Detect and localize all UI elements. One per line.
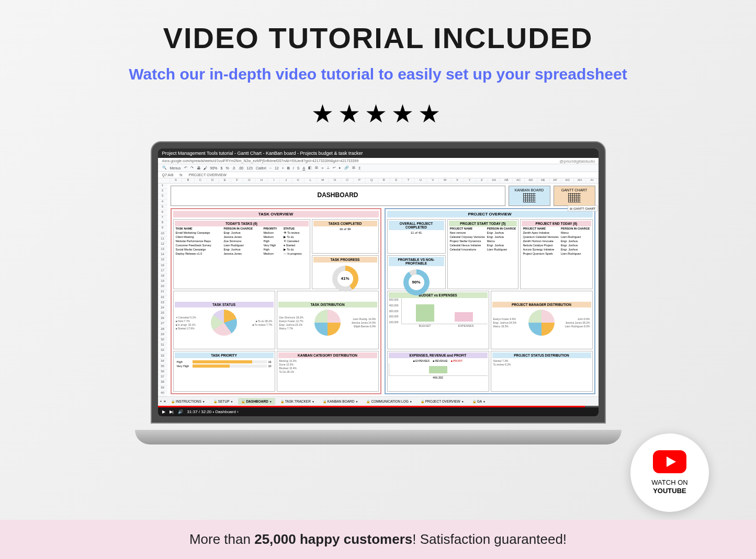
budget-bar bbox=[416, 304, 434, 322]
hero: VIDEO TUTORIAL INCLUDED Watch our in-dep… bbox=[0, 0, 756, 88]
tab-communication-log[interactable]: 🔒COMMUNICATION LOG ▼ bbox=[363, 398, 415, 405]
formula-bar[interactable]: Q7:AI8 fx PROJECT OVERVIEW bbox=[158, 172, 599, 178]
tab-ga[interactable]: 🔒GA ▼ bbox=[469, 398, 489, 405]
manager-dist-pie bbox=[528, 310, 555, 336]
fill-icon[interactable]: ◧ bbox=[308, 166, 312, 170]
search-icon[interactable]: 🔍 bbox=[162, 166, 167, 170]
link-icon[interactable]: 🔗 bbox=[344, 166, 349, 170]
youtube-icon bbox=[653, 450, 686, 473]
watermark: @prioridigitalstudio bbox=[559, 159, 595, 164]
undo-icon[interactable]: ↶ bbox=[184, 166, 187, 170]
tab-task-tracker[interactable]: 🔒TASK TRACKER ▼ bbox=[277, 398, 318, 405]
tab-dashboard[interactable]: 🔒DASHBOARD ▼ bbox=[238, 398, 275, 405]
task-dist-pie bbox=[314, 310, 341, 336]
project-overview-panel: PROJECT OVERVIEW OVERALL PROJECT COMPLET… bbox=[385, 208, 595, 394]
grid-icon bbox=[523, 193, 536, 202]
video-time: 31:37 / 32:20 • Dashboard › bbox=[187, 409, 239, 414]
tab-instructions[interactable]: 🔒INSTRUCTIONS ▼ bbox=[168, 398, 208, 405]
footer-banner: More than 25,000 happy customers! Satisf… bbox=[0, 520, 756, 559]
sheets-toolbar[interactable]: 🔍 Menus ↶ ↷ 🖶 🖌 90% $%.0.00123 Calibri −… bbox=[158, 164, 599, 172]
border-icon[interactable]: ⊞ bbox=[315, 166, 318, 170]
video-progress[interactable] bbox=[158, 406, 599, 407]
row-numbers[interactable]: 1234567891011121314151617181920212223242… bbox=[158, 184, 167, 396]
tab-kanban-board[interactable]: 🔒KANBAN BOARD ▼ bbox=[320, 398, 362, 405]
video-controls[interactable]: ▶ ▶| 🔊 31:37 / 32:20 • Dashboard › bbox=[158, 407, 599, 416]
column-headers[interactable]: ABCDEFGHIJKLMNOPQRSTUVWXYZAAABACADAEAFAG… bbox=[158, 178, 599, 184]
sheet-tabs[interactable]: + ≡ 🔒INSTRUCTIONS ▼🔒SETUP ▼🔒DASHBOARD ▼🔒… bbox=[158, 396, 599, 406]
task-overview-panel: TASK OVERVIEW TODAY'S TASKS (6) TASK NAM… bbox=[171, 208, 381, 394]
redo-icon[interactable]: ↷ bbox=[190, 166, 194, 170]
gantt-chart-button[interactable]: GANTT CHART ⊞ GANTT CHART bbox=[554, 186, 595, 206]
next-icon[interactable]: ▶| bbox=[170, 409, 174, 414]
grid-icon bbox=[568, 193, 581, 202]
task-progress-donut bbox=[332, 266, 358, 292]
volume-icon[interactable]: 🔊 bbox=[178, 409, 183, 414]
paint-icon[interactable]: 🖌 bbox=[204, 166, 207, 170]
youtube-badge[interactable]: WATCH ONYOUTUBE bbox=[630, 433, 709, 512]
star-rating: ★★★★★ bbox=[0, 99, 756, 128]
laptop-mockup: Project Management Tools tutorial - Gant… bbox=[151, 141, 606, 444]
expenses-bar bbox=[455, 312, 473, 322]
tab-setup[interactable]: 🔒SETUP ▼ bbox=[210, 398, 236, 405]
add-sheet-icon[interactable]: + bbox=[160, 400, 162, 403]
kanban-board-button[interactable]: KANBAN BOARD bbox=[509, 186, 550, 206]
play-icon[interactable]: ▶ bbox=[162, 409, 165, 414]
tab-project-overview[interactable]: 🔒PROJECT OVERVIEW ▼ bbox=[418, 398, 467, 405]
dashboard-title: DASHBOARD bbox=[171, 186, 505, 206]
video-title: Project Management Tools tutorial - Gant… bbox=[158, 149, 599, 158]
print-icon[interactable]: 🖶 bbox=[197, 166, 200, 170]
profitable-donut bbox=[403, 269, 430, 295]
hero-subtitle: Watch our in-depth video tutorial to eas… bbox=[31, 65, 725, 83]
address-bar[interactable]: docs.google.com/spreadsheets/d/1vuiFRYm2… bbox=[158, 158, 599, 164]
all-sheets-icon[interactable]: ≡ bbox=[164, 400, 166, 403]
task-status-pie bbox=[211, 310, 237, 336]
hero-title: VIDEO TUTORIAL INCLUDED bbox=[31, 21, 725, 55]
gantt-tooltip: ⊞ GANTT CHART bbox=[568, 206, 597, 211]
